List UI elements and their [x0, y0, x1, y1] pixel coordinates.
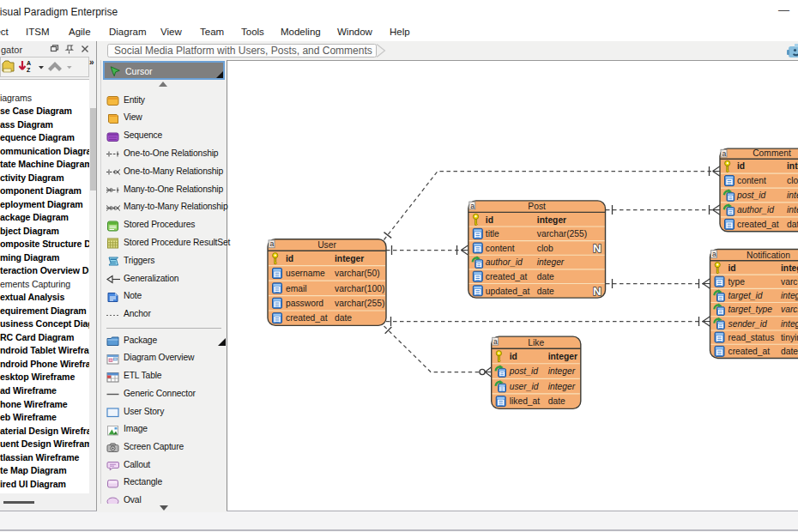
svg-text:sender_id: sender_id: [728, 319, 767, 329]
svg-text:integer: integer: [781, 263, 798, 273]
svg-text:date: date: [537, 272, 554, 281]
svg-text:created_at: created_at: [737, 220, 779, 229]
svg-text:date: date: [548, 396, 565, 406]
svg-text:integer: integer: [335, 254, 364, 263]
svg-text:id: id: [510, 352, 517, 361]
svg-text:target_id: target_id: [728, 291, 763, 300]
svg-text:N: N: [593, 285, 602, 298]
svg-text:A: A: [27, 60, 31, 66]
svg-text:integer: integer: [537, 215, 566, 225]
svg-text:N: N: [593, 242, 602, 255]
svg-text:post_id: post_id: [736, 190, 765, 200]
svg-text:a: a: [722, 149, 726, 158]
svg-text:a: a: [493, 337, 498, 346]
svg-text:tinyint: tinyint: [781, 333, 798, 342]
svg-text:id: id: [737, 161, 745, 171]
svg-text:id: id: [486, 215, 493, 225]
svg-text:integer: integer: [787, 190, 798, 200]
svg-text:integer: integer: [787, 161, 798, 171]
svg-text:email: email: [286, 284, 307, 293]
svg-text:varchar(100): varchar(100): [335, 284, 384, 293]
svg-text:created_at: created_at: [486, 272, 528, 281]
svg-text:Comment: Comment: [753, 148, 791, 158]
svg-text:created_at: created_at: [286, 313, 328, 323]
svg-text:integer: integer: [548, 366, 576, 376]
svg-text:a: a: [470, 202, 475, 210]
svg-text:liked_at: liked_at: [510, 396, 541, 406]
svg-text:created_at: created_at: [728, 347, 771, 356]
svg-text:date: date: [781, 347, 798, 356]
svg-text:integer: integer: [781, 291, 798, 300]
svg-text:integer: integer: [548, 382, 576, 391]
svg-text:user_id: user_id: [510, 382, 539, 391]
svg-text:username: username: [286, 269, 325, 278]
svg-text:id: id: [286, 254, 293, 263]
svg-text:varchar(50): varchar(50): [335, 269, 380, 278]
svg-text:password: password: [286, 299, 323, 308]
svg-text:title: title: [486, 229, 499, 239]
svg-text:target_type: target_type: [728, 305, 773, 314]
svg-text:integer: integer: [537, 257, 565, 267]
svg-text:content: content: [737, 176, 766, 185]
svg-text:varchar(255): varchar(255): [335, 299, 384, 308]
svg-text:clob: clob: [787, 176, 798, 185]
svg-text:varchar(50): varchar(50): [781, 305, 798, 314]
svg-text:integer: integer: [548, 352, 577, 361]
svg-text:integer: integer: [781, 319, 798, 329]
svg-text:Z: Z: [27, 67, 31, 73]
svg-text:id: id: [728, 263, 736, 273]
svg-text:post_id: post_id: [509, 366, 538, 376]
svg-text:date: date: [787, 220, 798, 229]
svg-text:content: content: [486, 244, 515, 253]
svg-text:author_id: author_id: [486, 257, 523, 267]
svg-text:Like: Like: [528, 338, 544, 348]
svg-text:User: User: [317, 240, 336, 250]
svg-text:updated_at: updated_at: [486, 287, 530, 296]
svg-text:Notification: Notification: [747, 251, 790, 260]
svg-text:read_status: read_status: [728, 333, 775, 342]
svg-text:type: type: [728, 277, 746, 287]
svg-text:date: date: [335, 313, 352, 323]
svg-text:Post: Post: [528, 202, 546, 211]
svg-text:integer: integer: [787, 205, 798, 215]
svg-text:a: a: [269, 239, 274, 248]
svg-text:date: date: [537, 287, 554, 296]
svg-text:varchar(50): varchar(50): [781, 277, 798, 287]
svg-text:varchar(255): varchar(255): [537, 229, 587, 239]
svg-text:author_id: author_id: [737, 205, 774, 215]
svg-text:a: a: [712, 250, 716, 258]
svg-text:clob: clob: [537, 244, 553, 253]
